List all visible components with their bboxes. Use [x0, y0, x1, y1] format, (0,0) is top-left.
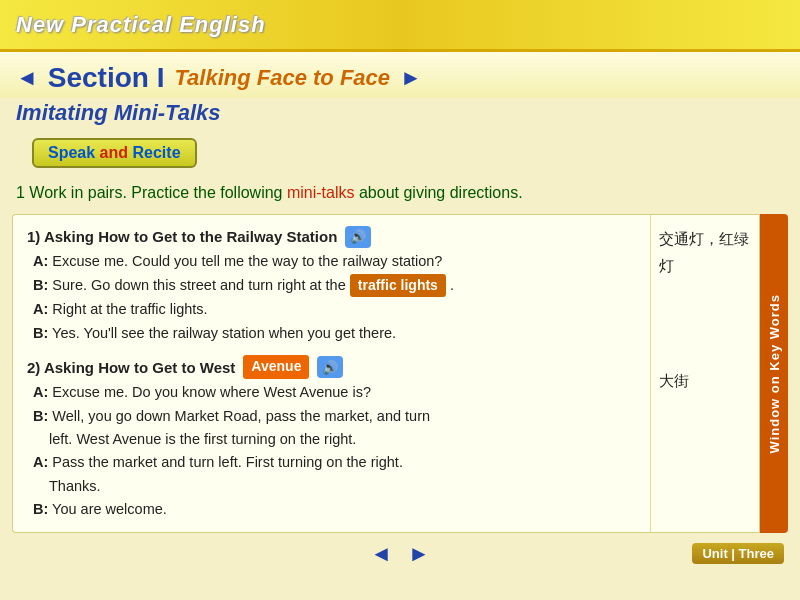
keywords-panel: 交通灯，红绿灯 大街	[650, 214, 760, 533]
d2-line1-text: Excuse me. Do you know where West Avenue…	[52, 384, 371, 400]
audio-button-1[interactable]: 🔊	[345, 226, 371, 248]
page-next-arrow[interactable]: ►	[408, 541, 430, 567]
and-word: and	[100, 144, 128, 161]
dialogue2-line5: Thanks.	[27, 475, 636, 497]
line2-text-before: Sure. Go down this street and turn right…	[52, 277, 349, 293]
speaker-b1: B:	[33, 277, 48, 293]
header: New Practical English	[0, 0, 800, 52]
app-title: New Practical English	[16, 12, 266, 38]
speaker-b3: B:	[33, 408, 48, 424]
section-subtitle: Talking Face to Face	[174, 65, 390, 91]
speaker-a3: A:	[33, 384, 48, 400]
section-prev-arrow[interactable]: ◄	[16, 65, 38, 91]
d2-line6-text: You are welcome.	[52, 501, 167, 517]
page-prev-arrow[interactable]: ◄	[370, 541, 392, 567]
keyword-cn-1: 交通灯，红绿灯	[659, 225, 751, 279]
line4-text: Yes. You'll see the railway station when…	[52, 325, 396, 341]
window-keywords-sidebar: Window on Key Words	[760, 214, 788, 533]
audio-button-2[interactable]: 🔊	[317, 356, 343, 378]
section-bar: ◄ Section I Talking Face to Face ►	[0, 52, 800, 98]
recite-word: Recite	[133, 144, 181, 161]
dialogue2-heading-text: 2) Asking How to Get to West	[27, 356, 235, 379]
instruction-main: 1 Work in pairs. Practice the following	[16, 184, 287, 201]
dialogue2-line2: B: Well, you go down Market Road, pass t…	[27, 405, 636, 427]
sidebar-label-text: Window on Key Words	[765, 286, 784, 461]
nav-arrows: ◄ ►	[272, 541, 528, 567]
content-wrapper: 1) Asking How to Get to the Railway Stat…	[12, 214, 788, 533]
dialogue1-heading-text: 1) Asking How to Get to the Railway Stat…	[27, 225, 337, 248]
keyword-cn-2: 大街	[659, 367, 751, 394]
dialogue2-line4: A: Pass the market and turn left. First …	[27, 451, 636, 473]
section-next-arrow[interactable]: ►	[400, 65, 422, 91]
dialogue2-heading: 2) Asking How to Get to West Avenue 🔊	[27, 355, 636, 379]
section-label: Section I	[48, 62, 165, 94]
unit-badge: Unit | Three	[692, 543, 784, 564]
speaker-a4: A:	[33, 454, 48, 470]
dialogue2-line6: B: You are welcome.	[27, 498, 636, 520]
dialogue1-line3: A: Right at the traffic lights.	[27, 298, 636, 320]
dialogue1-heading: 1) Asking How to Get to the Railway Stat…	[27, 225, 636, 248]
dialogue2-line3: left. West Avenue is the first turning o…	[27, 428, 636, 450]
unit-badge-wrapper: Unit | Three	[528, 543, 784, 564]
mini-talks-text: mini-talks	[287, 184, 355, 201]
dialogue1-line4: B: Yes. You'll see the railway station w…	[27, 322, 636, 344]
dialogue1-line2: B: Sure. Go down this street and turn ri…	[27, 274, 636, 298]
content-area: 1) Asking How to Get to the Railway Stat…	[12, 214, 650, 533]
avenue-highlight: Avenue	[243, 355, 309, 379]
page-subtitle: Imitating Mini-Talks	[0, 98, 800, 134]
line3-text: Right at the traffic lights.	[52, 301, 207, 317]
dialogue2-line1: A: Excuse me. Do you know where West Ave…	[27, 381, 636, 403]
line2-text-after: .	[450, 277, 454, 293]
speaker-a1: A:	[33, 253, 48, 269]
instruction-end: about giving directions.	[355, 184, 523, 201]
bottom-nav: ◄ ► Unit | Three	[0, 535, 800, 571]
dialogue1-line1: A: Excuse me. Could you tell me the way …	[27, 250, 636, 272]
speaker-b4: B:	[33, 501, 48, 517]
speak-word: Speak	[48, 144, 95, 161]
d2-line5-text: Thanks.	[49, 478, 101, 494]
speaker-a2: A:	[33, 301, 48, 317]
speaker-b2: B:	[33, 325, 48, 341]
d2-line4-text: Pass the market and turn left. First tur…	[52, 454, 403, 470]
d2-line2-text: Well, you go down Market Road, pass the …	[52, 408, 430, 424]
speak-recite-badge[interactable]: Speak and Recite	[32, 138, 197, 168]
instruction-text: 1 Work in pairs. Practice the following …	[0, 182, 800, 210]
traffic-lights-highlight: traffic lights	[350, 274, 446, 298]
line1-text: Excuse me. Could you tell me the way to …	[52, 253, 442, 269]
d2-line3-text: left. West Avenue is the first turning o…	[49, 431, 356, 447]
